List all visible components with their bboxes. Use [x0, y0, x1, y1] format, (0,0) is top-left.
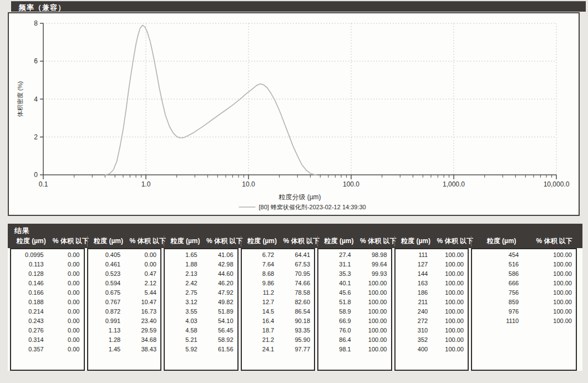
table-row: 0.4610.00	[88, 260, 161, 269]
table-row: 11.278.58	[242, 288, 315, 298]
table-row: 2.4246.20	[165, 279, 237, 288]
table-row: 58.9100.00	[318, 307, 391, 316]
result-column-group: 27.498.9831.199.6435.399.9340.1100.0045.…	[317, 248, 392, 371]
table-row: 0.1660.00	[11, 288, 84, 298]
table-row: 0.2430.00	[11, 316, 84, 326]
size-value: 976	[472, 307, 519, 316]
percent-under-value: 47.92	[197, 288, 237, 298]
percent-under-value: 0.00	[44, 288, 84, 298]
size-value: 14.5	[242, 307, 275, 316]
table-row: 3.1249.82	[165, 298, 237, 307]
table-row: 0.76710.47	[88, 298, 161, 307]
size-value: 5.21	[165, 335, 197, 345]
x-tick-label: 0.1	[39, 180, 48, 188]
percent-under-value: 86.54	[274, 307, 314, 316]
table-row: 0.4050.00	[88, 250, 161, 260]
size-value: 2.75	[165, 288, 197, 298]
percent-under-value: 49.82	[197, 298, 237, 307]
size-value: 76.0	[318, 326, 351, 335]
table-row: 0.09950.00	[11, 250, 84, 260]
table-row: 859100.00	[472, 298, 576, 307]
table-row: 2.1344.60	[165, 269, 237, 279]
column-group-header: 粒度 (µm)% 体积 以下	[164, 236, 239, 246]
percent-under-value: 100.00	[428, 288, 468, 298]
size-value: 0.128	[11, 269, 44, 279]
size-value: 9.86	[242, 279, 275, 288]
percent-under-value: 100.00	[428, 279, 468, 288]
y-tick-label: 4	[34, 95, 38, 103]
result-column-group: 0.09950.000.1130.000.1280.000.1460.000.1…	[10, 248, 85, 371]
size-value: 1.88	[165, 260, 197, 269]
percent-column-header: % 体积 以下	[531, 236, 577, 246]
table-row: 756100.00	[472, 288, 576, 298]
table-row: 516100.00	[472, 260, 576, 269]
table-row: 0.3570.00	[11, 345, 84, 354]
size-value: 35.3	[318, 269, 351, 279]
result-column-group: 1.6541.061.8842.982.1344.602.4246.202.75…	[164, 248, 239, 371]
size-value: 352	[396, 335, 428, 345]
size-value: 2.42	[165, 279, 197, 288]
percent-under-value: 10.47	[120, 298, 160, 307]
size-value: 111	[396, 250, 428, 260]
size-value: 310	[396, 326, 428, 335]
percent-under-value: 56.45	[197, 326, 237, 335]
size-value: 0.276	[11, 326, 44, 335]
column-group-header: 粒度 (µm)% 体积 以下	[394, 236, 469, 246]
percent-under-value: 100.00	[519, 260, 576, 269]
table-row: 76.0100.00	[318, 326, 391, 335]
table-row: 4.0354.10	[165, 316, 237, 326]
percent-under-value: 100.00	[351, 298, 391, 307]
percent-under-value: 100.00	[519, 250, 576, 260]
percent-under-value: 74.66	[274, 279, 314, 288]
size-value: 0.0995	[11, 250, 44, 260]
percent-under-value: 100.00	[428, 326, 468, 335]
size-value: 4.03	[165, 316, 197, 326]
table-row: 98.1100.00	[318, 345, 391, 354]
size-column-header: 粒度 (µm)	[318, 236, 360, 246]
chart-panel-title: 频率（兼容）	[11, 1, 586, 12]
size-value: 756	[472, 288, 519, 298]
percent-under-value: 90.18	[274, 316, 314, 326]
result-column-group: 6.7264.417.6467.538.6870.959.8674.6611.2…	[241, 248, 316, 371]
size-value: 0.872	[88, 307, 121, 316]
percent-under-value: 46.20	[197, 279, 237, 288]
table-row: 1.8842.98	[165, 260, 237, 269]
size-column-header: 粒度 (µm)	[241, 236, 283, 246]
percent-under-value: 34.68	[120, 335, 160, 345]
size-value: 516	[472, 260, 519, 269]
size-value: 0.166	[11, 288, 44, 298]
size-value: 5.92	[165, 345, 197, 354]
percent-under-value: 100.00	[351, 307, 391, 316]
table-row: 4.5856.45	[165, 326, 237, 335]
y-tick-label: 0	[34, 171, 38, 179]
size-value: 0.405	[88, 250, 121, 260]
size-value: 186	[396, 288, 428, 298]
size-value: 0.214	[11, 307, 44, 316]
table-row: 186100.00	[396, 288, 468, 298]
size-value: 4.58	[165, 326, 197, 335]
percent-under-value: 0.00	[44, 316, 84, 326]
size-value: 144	[396, 269, 428, 279]
y-tick-label: 8	[34, 19, 38, 27]
table-row: 976100.00	[472, 307, 576, 316]
column-group-header: 粒度 (µm)% 体积 以下	[87, 236, 162, 246]
percent-under-value: 99.93	[351, 269, 391, 279]
size-value: 0.461	[88, 260, 121, 269]
percent-under-value: 100.00	[428, 316, 468, 326]
table-row: 0.6755.44	[88, 288, 161, 298]
table-row: 0.2760.00	[11, 326, 84, 335]
percent-under-value: 100.00	[428, 307, 468, 316]
percent-under-value: 100.00	[428, 345, 468, 354]
table-row: 1110100.00	[472, 316, 576, 326]
percent-under-value: 58.92	[197, 335, 237, 345]
percent-column-header: % 体积 以下	[437, 236, 469, 246]
percent-under-value: 100.00	[351, 326, 391, 335]
size-value: 1.13	[88, 326, 121, 335]
percent-under-value: 99.64	[351, 260, 391, 269]
size-value: 16.4	[242, 316, 275, 326]
size-value: 40.1	[318, 279, 351, 288]
percent-under-value: 0.00	[120, 260, 160, 269]
table-row: 86.4100.00	[318, 335, 391, 345]
percent-under-value: 0.00	[44, 250, 84, 260]
size-value: 11.2	[242, 288, 275, 298]
